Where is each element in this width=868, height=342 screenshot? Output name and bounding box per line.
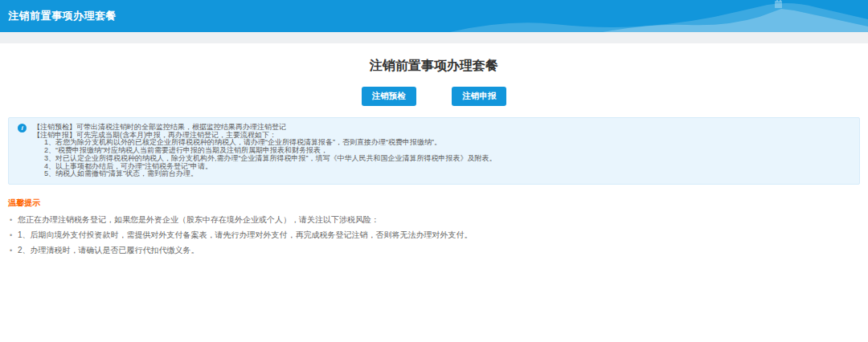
tip-item-outbound-payment: 1、后期向境外支付投资款时，需提供对外支付备案表，请先行办理对外支付，再完成税务… [8, 231, 860, 239]
header-title: 注销前置事项办理套餐 [0, 0, 868, 32]
tip-item-withholding-duty: 2、办理清税时，请确认是否已履行代扣代缴义务。 [8, 246, 860, 254]
warm-tips-title: 温馨提示 [8, 197, 860, 209]
action-button-row: 注销预检 注销申报 [0, 87, 868, 106]
cancellation-declare-button[interactable]: 注销申报 [452, 87, 506, 106]
tip-item-risk-intro: 您正在办理注销税务登记，如果您是外资企业（股东中存在境外企业或个人），请关注以下… [8, 216, 860, 224]
info-icon: i [18, 124, 27, 132]
top-header: 注销前置事项办理套餐 [0, 0, 868, 32]
info-line-step-5: 5、纳税人如需撤销“清算”状态，需到前台办理。 [33, 170, 850, 178]
main-content: 注销前置事项办理套餐 注销预检 注销申报 i 【注销预检】可带出清税注销时的全部… [0, 43, 868, 342]
cancellation-precheck-button[interactable]: 注销预检 [362, 87, 416, 106]
warm-tips-section: 温馨提示 您正在办理注销税务登记，如果您是外资企业（股东中存在境外企业或个人），… [8, 197, 860, 254]
info-notice-box: i 【注销预检】可带出清税注销时的全部监控结果，根据监控结果再办理注销登记 【注… [8, 117, 860, 185]
page-title: 注销前置事项办理套餐 [0, 43, 868, 75]
page: 注销前置事项办理套餐 注销前置事项办理套餐 注销预检 注销申报 i 【注销预检】… [0, 0, 868, 342]
